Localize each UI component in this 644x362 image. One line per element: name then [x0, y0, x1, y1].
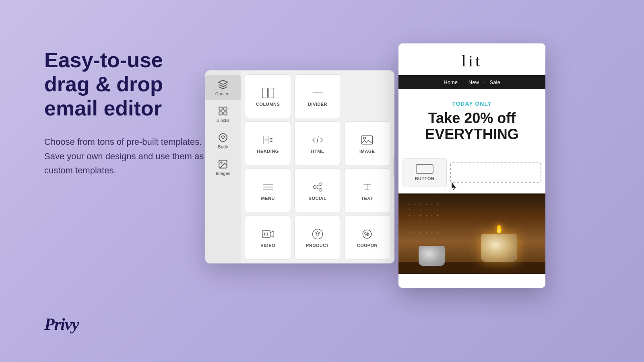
sidebar-item-content[interactable]: Content	[205, 75, 241, 100]
menu-icon	[262, 181, 275, 193]
body-icon	[218, 132, 228, 143]
grid-item-divider[interactable]: DIVIDER	[294, 74, 341, 118]
social-label: SOCIAL	[309, 196, 327, 201]
button-block-icon	[416, 164, 433, 174]
cursor-indicator	[451, 181, 460, 193]
images-icon	[218, 159, 228, 169]
image-icon	[361, 134, 374, 146]
button-block: BUTTON	[402, 158, 447, 187]
candle-big	[481, 234, 517, 262]
coupon-label: COUPON	[357, 243, 378, 248]
sidebar-item-images[interactable]: Images	[205, 155, 241, 180]
sidebar-item-blocks[interactable]: Blocks	[205, 102, 241, 127]
sidebar-item-content-label: Content	[215, 91, 231, 96]
email-body: TODAY ONLY Take 20% off EVERYTHING	[398, 89, 545, 158]
button-block-label: BUTTON	[415, 176, 435, 181]
grid-item-menu[interactable]: MENU	[245, 169, 291, 212]
svg-rect-2	[224, 107, 227, 110]
grid-item-image[interactable]: IMAGE	[344, 121, 390, 165]
svg-rect-3	[219, 112, 222, 115]
sidebar-item-body[interactable]: Body	[205, 128, 241, 153]
svg-point-16	[313, 185, 316, 188]
product-icon	[311, 228, 324, 241]
candle-jar-big	[481, 234, 517, 262]
grid-item-social[interactable]: SOCIAL	[294, 169, 341, 212]
svg-rect-11	[362, 136, 373, 144]
editor-panel: Content Blocks Body	[205, 70, 394, 263]
content-icon	[218, 79, 228, 90]
candle-flame	[497, 225, 502, 233]
grid-item-coupon[interactable]: % COUPON	[344, 216, 390, 259]
social-icon	[311, 181, 324, 193]
email-header: lit	[398, 43, 545, 75]
email-nav-dot-1: ·	[462, 80, 464, 84]
hero-title: Easy-to-use drag & drop email editor	[44, 48, 213, 120]
menu-label: MENU	[261, 196, 275, 201]
divider-icon	[311, 86, 324, 99]
text-label: TEXT	[361, 196, 373, 201]
grid-item-columns[interactable]: COLUMNS	[245, 74, 291, 118]
email-headline: Take 20% off EVERYTHING	[408, 110, 536, 142]
sidebar-item-blocks-label: Blocks	[217, 118, 229, 123]
heading-icon	[262, 134, 275, 146]
grid-item-video[interactable]: VIDEO	[245, 216, 291, 259]
svg-line-20	[316, 187, 319, 189]
image-label: IMAGE	[359, 149, 375, 154]
hero-subtitle: Choose from tons of pre-built templates.…	[44, 135, 213, 177]
email-headline-line2: EVERYTHING	[425, 126, 519, 142]
svg-point-7	[221, 162, 222, 163]
email-today-label: TODAY ONLY	[408, 101, 536, 107]
candle-small	[419, 246, 445, 266]
mouse-cursor-icon	[451, 181, 460, 193]
email-nav-home: Home	[444, 79, 458, 85]
button-drag-area: BUTTON	[398, 158, 545, 193]
text-icon	[361, 181, 374, 193]
grid-item-text[interactable]: TEXT	[344, 169, 390, 212]
collapse-handle[interactable]	[393, 157, 394, 177]
email-nav-dot-2: ·	[484, 80, 485, 84]
drop-zone	[450, 162, 541, 183]
blocks-grid: COLUMNS DIVIDER HEADING HTML	[241, 70, 394, 263]
video-label: VIDEO	[260, 243, 275, 248]
svg-rect-21	[262, 230, 270, 238]
svg-text:%: %	[364, 231, 369, 237]
svg-point-12	[363, 137, 365, 139]
svg-point-18	[319, 188, 322, 191]
email-nav-new: New	[469, 79, 479, 85]
columns-icon	[262, 86, 275, 99]
svg-point-17	[319, 183, 322, 185]
svg-rect-8	[262, 88, 267, 98]
product-label: PRODUCT	[306, 243, 329, 248]
email-image	[398, 193, 545, 274]
html-icon	[311, 134, 324, 146]
grid-item-product[interactable]: PRODUCT	[294, 216, 341, 259]
decorative-dots-br	[519, 282, 592, 354]
columns-label: COLUMNS	[256, 102, 280, 107]
svg-point-5	[219, 134, 227, 142]
divider-label: DIVIDER	[308, 102, 327, 107]
candle-scene	[398, 193, 545, 274]
email-logo: lit	[405, 51, 539, 70]
hero-section: Easy-to-use drag & drop email editor Cho…	[44, 48, 213, 177]
grid-empty-1	[344, 74, 390, 118]
email-nav: Home · New · Sale	[398, 75, 545, 89]
svg-rect-4	[224, 112, 227, 115]
email-logo-text: lit	[462, 52, 482, 70]
candle-jar-small	[419, 246, 445, 266]
decorative-dots-tr	[555, 0, 644, 88]
coupon-icon: %	[361, 228, 374, 241]
blocks-icon	[218, 106, 228, 116]
sidebar-item-body-label: Body	[218, 144, 228, 149]
html-label: HTML	[311, 149, 324, 154]
svg-text:Privy: Privy	[44, 315, 79, 333]
grid-item-html[interactable]: HTML	[294, 121, 341, 165]
heading-label: HEADING	[257, 149, 279, 154]
svg-line-19	[316, 185, 319, 186]
grid-item-heading[interactable]: HEADING	[245, 121, 291, 165]
sidebar-item-images-label: Images	[216, 171, 230, 176]
svg-rect-1	[219, 107, 222, 110]
privy-logo: Privy	[44, 312, 101, 338]
email-nav-sale: Sale	[490, 79, 500, 85]
email-preview: lit Home · New · Sale TODAY ONLY Take 20…	[398, 43, 545, 288]
video-icon	[262, 228, 275, 241]
